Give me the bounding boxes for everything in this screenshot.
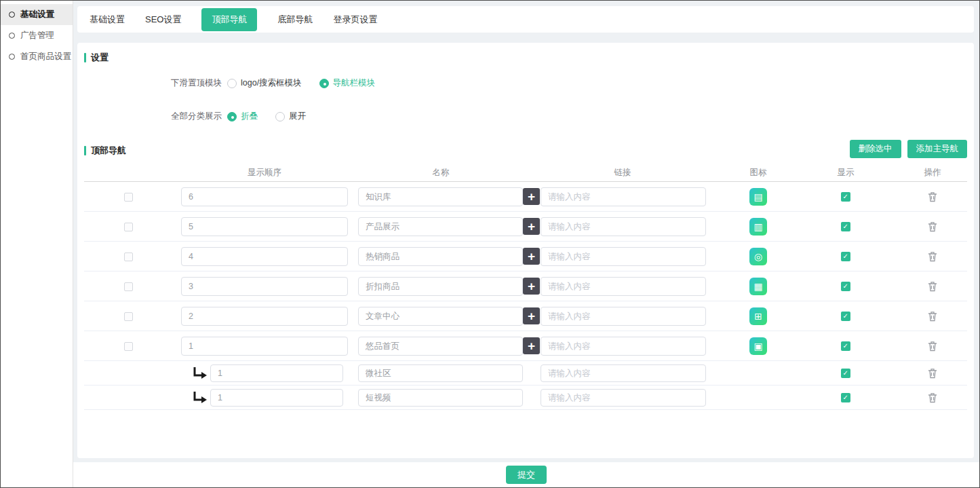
row-select-checkbox[interactable] <box>124 312 133 321</box>
link-input[interactable] <box>541 247 706 266</box>
visible-checkbox[interactable] <box>841 341 850 351</box>
order-input[interactable] <box>181 247 348 266</box>
order-input[interactable] <box>181 277 348 296</box>
add-sub-nav-icon[interactable] <box>523 278 540 295</box>
radio-logo-search-module[interactable]: logo/搜索框模块 <box>227 77 302 89</box>
add-sub-nav-icon[interactable] <box>523 248 540 265</box>
trash-icon[interactable] <box>928 221 937 235</box>
sidebar-item-home-products[interactable]: 首页商品设置 <box>1 46 73 67</box>
name-input[interactable] <box>358 277 523 296</box>
sidebar-item-ad-management[interactable]: 广告管理 <box>1 25 73 46</box>
radio-label: 展开 <box>289 111 306 122</box>
trash-icon[interactable] <box>928 311 937 324</box>
home-icon[interactable]: ▣ <box>749 337 767 355</box>
column-header-icon: 图标 <box>750 167 767 179</box>
table-row: ▤ <box>84 182 967 212</box>
link-input[interactable] <box>541 217 706 236</box>
tab-basic-settings[interactable]: 基础设置 <box>90 14 125 26</box>
order-input[interactable] <box>210 364 343 382</box>
row-select-checkbox[interactable] <box>124 193 133 202</box>
field-label: 全部分类展示 <box>171 111 222 122</box>
sidebar-item-label: 首页商品设置 <box>20 51 71 62</box>
trash-icon[interactable] <box>928 368 937 381</box>
table-sub-row <box>84 386 967 410</box>
sub-nav-arrow-icon <box>193 367 208 382</box>
add-sub-nav-icon[interactable] <box>523 188 540 205</box>
radio-icon[interactable] <box>275 112 285 121</box>
trash-icon[interactable] <box>928 281 937 295</box>
visible-checkbox[interactable] <box>841 252 850 261</box>
row-select-checkbox[interactable] <box>124 342 133 351</box>
order-input[interactable] <box>181 307 348 326</box>
name-input[interactable] <box>358 217 523 236</box>
delete-selected-button[interactable]: 删除选中 <box>850 140 901 158</box>
add-sub-nav-icon[interactable] <box>523 218 540 235</box>
sidebar: 基础设置 广告管理 首页商品设置 <box>1 1 73 487</box>
name-input[interactable] <box>358 337 523 356</box>
submit-footer: 提交 <box>73 462 979 487</box>
radio-selected-icon[interactable] <box>227 112 237 121</box>
link-input[interactable] <box>541 187 706 206</box>
category-display-row: 全部分类展示 折叠 展开 <box>171 111 324 122</box>
add-sub-nav-icon[interactable] <box>523 337 540 354</box>
name-input[interactable] <box>358 389 523 407</box>
link-input[interactable] <box>541 364 706 382</box>
radio-collapse[interactable]: 折叠 <box>227 111 258 122</box>
tab-top-navigation[interactable]: 顶部导航 <box>201 8 257 31</box>
article-center-icon[interactable]: ⊞ <box>749 307 767 325</box>
name-input[interactable] <box>358 307 523 326</box>
add-main-nav-button[interactable]: 添加主导航 <box>907 140 968 158</box>
hot-sale-icon[interactable]: ◎ <box>749 248 767 265</box>
link-input[interactable] <box>541 337 706 356</box>
visible-checkbox[interactable] <box>841 369 850 378</box>
table-action-buttons: 删除选中 添加主导航 <box>850 140 968 158</box>
add-sub-nav-icon[interactable] <box>523 307 540 324</box>
trash-icon[interactable] <box>928 341 937 354</box>
sidebar-item-label: 基础设置 <box>20 9 54 20</box>
visible-checkbox[interactable] <box>841 282 850 291</box>
order-input[interactable] <box>181 187 348 206</box>
tab-login-page-settings[interactable]: 登录页设置 <box>333 14 377 26</box>
top-nav-section-header: 顶部导航 <box>84 145 126 157</box>
row-select-checkbox[interactable] <box>124 282 133 291</box>
radio-expand[interactable]: 展开 <box>275 111 306 122</box>
name-input[interactable] <box>358 187 523 206</box>
visible-checkbox[interactable] <box>841 312 850 321</box>
link-input[interactable] <box>541 389 706 407</box>
radio-icon[interactable] <box>227 79 237 88</box>
radio-navbar-module[interactable]: 导航栏模块 <box>319 77 376 89</box>
name-input[interactable] <box>358 247 523 266</box>
trash-icon[interactable] <box>928 392 937 406</box>
submit-button[interactable]: 提交 <box>506 466 547 484</box>
settings-tabbar: 基础设置 SEO设置 顶部导航 底部导航 登录页设置 <box>77 6 974 33</box>
link-input[interactable] <box>541 307 706 326</box>
top-navigation-panel: 设置 下滑置顶模块 logo/搜索框模块 导航栏模块 全部分类展示 折叠 <box>77 43 974 458</box>
column-header-link: 链接 <box>614 167 631 179</box>
order-input[interactable] <box>210 389 343 407</box>
order-input[interactable] <box>181 337 348 356</box>
link-input[interactable] <box>541 277 706 296</box>
column-header-order: 显示顺序 <box>248 167 281 179</box>
table-row: ▦ <box>84 271 967 301</box>
trash-icon[interactable] <box>928 251 937 265</box>
circle-icon <box>9 12 15 18</box>
column-header-operation: 操作 <box>924 167 941 179</box>
sidebar-item-basic-settings[interactable]: 基础设置 <box>1 4 73 25</box>
row-select-checkbox[interactable] <box>124 252 133 261</box>
tab-seo-settings[interactable]: SEO设置 <box>145 14 181 26</box>
section-accent-bar <box>84 146 86 155</box>
sidebar-item-label: 广告管理 <box>20 30 54 41</box>
visible-checkbox[interactable] <box>841 393 850 402</box>
radio-selected-icon[interactable] <box>319 79 329 88</box>
knowledge-base-icon[interactable]: ▤ <box>749 188 767 206</box>
visible-checkbox[interactable] <box>841 192 850 202</box>
trash-icon[interactable] <box>928 191 937 205</box>
visible-checkbox[interactable] <box>841 222 850 231</box>
discount-icon[interactable]: ▦ <box>749 278 767 295</box>
table-row: ⊞ <box>84 301 967 331</box>
name-input[interactable] <box>358 364 523 382</box>
order-input[interactable] <box>181 217 348 236</box>
tab-bottom-navigation[interactable]: 底部导航 <box>277 14 313 26</box>
product-display-icon[interactable]: ▥ <box>749 218 767 236</box>
row-select-checkbox[interactable] <box>124 223 133 231</box>
